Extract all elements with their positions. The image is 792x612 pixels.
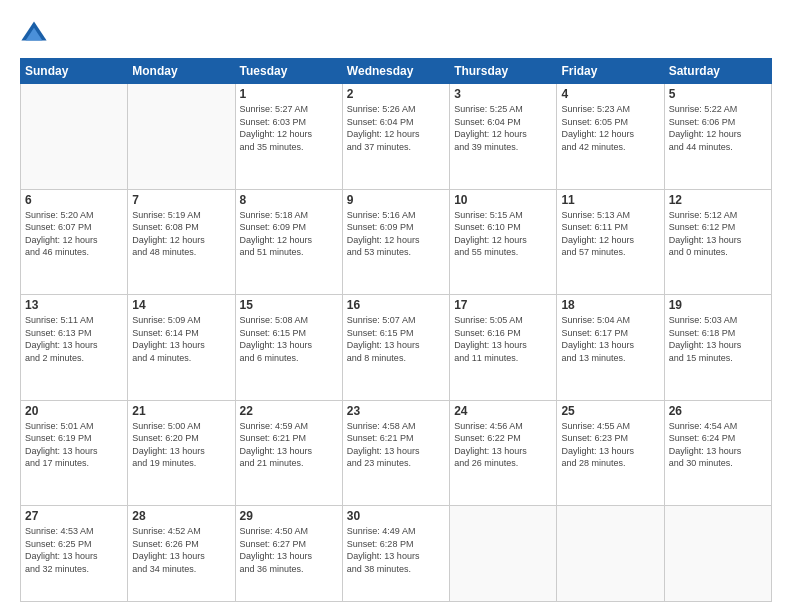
logo	[20, 18, 52, 46]
weekday-header-row: SundayMondayTuesdayWednesdayThursdayFrid…	[21, 59, 772, 84]
day-number: 4	[561, 87, 659, 101]
calendar-cell: 26Sunrise: 4:54 AM Sunset: 6:24 PM Dayli…	[664, 400, 771, 506]
day-number: 2	[347, 87, 445, 101]
calendar-row: 1Sunrise: 5:27 AM Sunset: 6:03 PM Daylig…	[21, 84, 772, 190]
day-detail: Sunrise: 4:52 AM Sunset: 6:26 PM Dayligh…	[132, 525, 230, 575]
calendar-row: 13Sunrise: 5:11 AM Sunset: 6:13 PM Dayli…	[21, 295, 772, 401]
calendar-cell	[557, 506, 664, 602]
day-detail: Sunrise: 5:20 AM Sunset: 6:07 PM Dayligh…	[25, 209, 123, 259]
calendar-cell: 9Sunrise: 5:16 AM Sunset: 6:09 PM Daylig…	[342, 189, 449, 295]
day-detail: Sunrise: 5:16 AM Sunset: 6:09 PM Dayligh…	[347, 209, 445, 259]
calendar-cell: 20Sunrise: 5:01 AM Sunset: 6:19 PM Dayli…	[21, 400, 128, 506]
day-number: 26	[669, 404, 767, 418]
calendar-cell: 1Sunrise: 5:27 AM Sunset: 6:03 PM Daylig…	[235, 84, 342, 190]
calendar-cell: 15Sunrise: 5:08 AM Sunset: 6:15 PM Dayli…	[235, 295, 342, 401]
day-detail: Sunrise: 4:59 AM Sunset: 6:21 PM Dayligh…	[240, 420, 338, 470]
day-number: 8	[240, 193, 338, 207]
day-detail: Sunrise: 4:58 AM Sunset: 6:21 PM Dayligh…	[347, 420, 445, 470]
day-detail: Sunrise: 5:00 AM Sunset: 6:20 PM Dayligh…	[132, 420, 230, 470]
day-detail: Sunrise: 5:07 AM Sunset: 6:15 PM Dayligh…	[347, 314, 445, 364]
day-number: 27	[25, 509, 123, 523]
weekday-header: Wednesday	[342, 59, 449, 84]
day-number: 18	[561, 298, 659, 312]
calendar-cell: 3Sunrise: 5:25 AM Sunset: 6:04 PM Daylig…	[450, 84, 557, 190]
day-number: 1	[240, 87, 338, 101]
calendar-cell: 10Sunrise: 5:15 AM Sunset: 6:10 PM Dayli…	[450, 189, 557, 295]
day-number: 3	[454, 87, 552, 101]
calendar-cell: 23Sunrise: 4:58 AM Sunset: 6:21 PM Dayli…	[342, 400, 449, 506]
day-detail: Sunrise: 5:15 AM Sunset: 6:10 PM Dayligh…	[454, 209, 552, 259]
calendar-row: 6Sunrise: 5:20 AM Sunset: 6:07 PM Daylig…	[21, 189, 772, 295]
day-detail: Sunrise: 5:25 AM Sunset: 6:04 PM Dayligh…	[454, 103, 552, 153]
calendar-cell: 25Sunrise: 4:55 AM Sunset: 6:23 PM Dayli…	[557, 400, 664, 506]
day-detail: Sunrise: 5:13 AM Sunset: 6:11 PM Dayligh…	[561, 209, 659, 259]
calendar-cell: 16Sunrise: 5:07 AM Sunset: 6:15 PM Dayli…	[342, 295, 449, 401]
day-detail: Sunrise: 4:54 AM Sunset: 6:24 PM Dayligh…	[669, 420, 767, 470]
day-number: 11	[561, 193, 659, 207]
day-number: 7	[132, 193, 230, 207]
day-number: 9	[347, 193, 445, 207]
calendar-cell: 2Sunrise: 5:26 AM Sunset: 6:04 PM Daylig…	[342, 84, 449, 190]
calendar-cell	[664, 506, 771, 602]
day-number: 28	[132, 509, 230, 523]
day-number: 21	[132, 404, 230, 418]
calendar-row: 20Sunrise: 5:01 AM Sunset: 6:19 PM Dayli…	[21, 400, 772, 506]
logo-icon	[20, 18, 48, 46]
calendar-cell: 12Sunrise: 5:12 AM Sunset: 6:12 PM Dayli…	[664, 189, 771, 295]
weekday-header: Sunday	[21, 59, 128, 84]
calendar-cell: 19Sunrise: 5:03 AM Sunset: 6:18 PM Dayli…	[664, 295, 771, 401]
weekday-header: Thursday	[450, 59, 557, 84]
weekday-header: Saturday	[664, 59, 771, 84]
day-detail: Sunrise: 5:19 AM Sunset: 6:08 PM Dayligh…	[132, 209, 230, 259]
day-number: 16	[347, 298, 445, 312]
calendar-cell: 14Sunrise: 5:09 AM Sunset: 6:14 PM Dayli…	[128, 295, 235, 401]
day-number: 25	[561, 404, 659, 418]
day-number: 12	[669, 193, 767, 207]
calendar-cell: 24Sunrise: 4:56 AM Sunset: 6:22 PM Dayli…	[450, 400, 557, 506]
day-number: 13	[25, 298, 123, 312]
calendar-cell	[128, 84, 235, 190]
day-detail: Sunrise: 4:49 AM Sunset: 6:28 PM Dayligh…	[347, 525, 445, 575]
day-detail: Sunrise: 5:11 AM Sunset: 6:13 PM Dayligh…	[25, 314, 123, 364]
day-detail: Sunrise: 4:50 AM Sunset: 6:27 PM Dayligh…	[240, 525, 338, 575]
calendar-table: SundayMondayTuesdayWednesdayThursdayFrid…	[20, 58, 772, 602]
calendar-cell: 29Sunrise: 4:50 AM Sunset: 6:27 PM Dayli…	[235, 506, 342, 602]
calendar-cell: 7Sunrise: 5:19 AM Sunset: 6:08 PM Daylig…	[128, 189, 235, 295]
day-number: 30	[347, 509, 445, 523]
calendar-row: 27Sunrise: 4:53 AM Sunset: 6:25 PM Dayli…	[21, 506, 772, 602]
day-number: 14	[132, 298, 230, 312]
calendar-cell: 11Sunrise: 5:13 AM Sunset: 6:11 PM Dayli…	[557, 189, 664, 295]
weekday-header: Tuesday	[235, 59, 342, 84]
calendar-cell: 5Sunrise: 5:22 AM Sunset: 6:06 PM Daylig…	[664, 84, 771, 190]
calendar-cell: 18Sunrise: 5:04 AM Sunset: 6:17 PM Dayli…	[557, 295, 664, 401]
day-number: 29	[240, 509, 338, 523]
day-number: 24	[454, 404, 552, 418]
day-detail: Sunrise: 4:56 AM Sunset: 6:22 PM Dayligh…	[454, 420, 552, 470]
day-number: 19	[669, 298, 767, 312]
day-number: 20	[25, 404, 123, 418]
day-number: 22	[240, 404, 338, 418]
calendar-cell: 6Sunrise: 5:20 AM Sunset: 6:07 PM Daylig…	[21, 189, 128, 295]
day-detail: Sunrise: 5:03 AM Sunset: 6:18 PM Dayligh…	[669, 314, 767, 364]
day-number: 6	[25, 193, 123, 207]
day-number: 23	[347, 404, 445, 418]
day-detail: Sunrise: 5:18 AM Sunset: 6:09 PM Dayligh…	[240, 209, 338, 259]
page: SundayMondayTuesdayWednesdayThursdayFrid…	[0, 0, 792, 612]
weekday-header: Friday	[557, 59, 664, 84]
header	[20, 18, 772, 46]
day-number: 10	[454, 193, 552, 207]
day-detail: Sunrise: 5:01 AM Sunset: 6:19 PM Dayligh…	[25, 420, 123, 470]
calendar-cell	[450, 506, 557, 602]
day-detail: Sunrise: 5:05 AM Sunset: 6:16 PM Dayligh…	[454, 314, 552, 364]
day-detail: Sunrise: 5:23 AM Sunset: 6:05 PM Dayligh…	[561, 103, 659, 153]
day-detail: Sunrise: 5:26 AM Sunset: 6:04 PM Dayligh…	[347, 103, 445, 153]
day-detail: Sunrise: 5:27 AM Sunset: 6:03 PM Dayligh…	[240, 103, 338, 153]
calendar-cell: 21Sunrise: 5:00 AM Sunset: 6:20 PM Dayli…	[128, 400, 235, 506]
calendar-cell: 22Sunrise: 4:59 AM Sunset: 6:21 PM Dayli…	[235, 400, 342, 506]
calendar-cell	[21, 84, 128, 190]
calendar-cell: 27Sunrise: 4:53 AM Sunset: 6:25 PM Dayli…	[21, 506, 128, 602]
day-detail: Sunrise: 5:22 AM Sunset: 6:06 PM Dayligh…	[669, 103, 767, 153]
calendar-cell: 4Sunrise: 5:23 AM Sunset: 6:05 PM Daylig…	[557, 84, 664, 190]
calendar-cell: 17Sunrise: 5:05 AM Sunset: 6:16 PM Dayli…	[450, 295, 557, 401]
day-detail: Sunrise: 5:12 AM Sunset: 6:12 PM Dayligh…	[669, 209, 767, 259]
